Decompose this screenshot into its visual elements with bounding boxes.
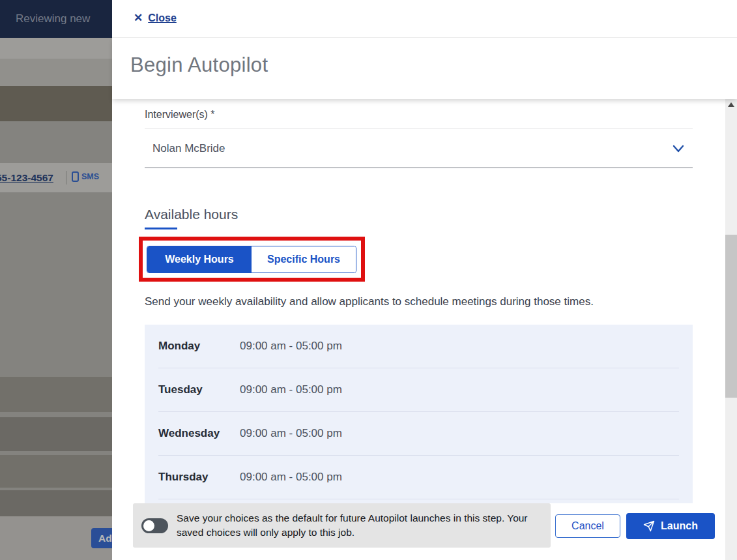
weekly-schedule-panel: Monday 09:00 am - 05:00 pm Tuesday 09:00…: [145, 325, 693, 503]
available-hours-title: Available hours: [145, 207, 238, 222]
paper-plane-icon: [643, 520, 655, 532]
modal-title: Begin Autopilot: [112, 38, 737, 77]
interviewer-select[interactable]: Nolan McBride: [145, 129, 693, 168]
scroll-up-arrow[interactable]: [725, 99, 737, 110]
save-default-text: Save your choices as the default for fut…: [177, 511, 540, 540]
schedule-row-thursday: Thursday 09:00 am - 05:00 pm: [158, 456, 679, 499]
schedule-row-monday: Monday 09:00 am - 05:00 pm: [158, 325, 679, 368]
schedule-row-wednesday: Wednesday 09:00 am - 05:00 pm: [158, 412, 679, 456]
save-default-toggle[interactable]: [141, 518, 168, 533]
time-range: 09:00 am - 05:00 pm: [240, 427, 342, 440]
day-label: Wednesday: [158, 427, 240, 440]
day-label: Tuesday: [158, 383, 240, 396]
close-label: Close: [148, 12, 177, 24]
up-arrow-icon: [728, 102, 734, 107]
scrollbar-thumb[interactable]: [725, 235, 737, 398]
close-button[interactable]: ✕ Close: [134, 11, 177, 25]
time-range: 09:00 am - 05:00 pm: [240, 340, 342, 353]
interviewer-selected-value: Nolan McBride: [152, 142, 225, 155]
save-default-panel: Save your choices as the default for fut…: [133, 503, 551, 548]
tab-specific-hours[interactable]: Specific Hours: [252, 246, 356, 273]
close-icon: ✕: [134, 11, 143, 25]
hours-tab-group: Weekly Hours Specific Hours: [147, 246, 356, 273]
weekly-availability-description: Send your weekly availability and allow …: [145, 295, 693, 308]
launch-button[interactable]: Launch: [626, 513, 715, 539]
section-title-underline: [145, 228, 177, 229]
modal-header: Begin Autopilot: [112, 38, 737, 99]
begin-autopilot-modal: ✕ Close Begin Autopilot Interviewer(s) *…: [112, 0, 737, 560]
tab-weekly-hours[interactable]: Weekly Hours: [147, 246, 252, 273]
schedule-row-tuesday: Tuesday 09:00 am - 05:00 pm: [158, 368, 679, 412]
annotation-highlight-box: Weekly Hours Specific Hours: [139, 237, 365, 282]
time-range: 09:00 am - 05:00 pm: [240, 383, 342, 396]
screen: Reviewing new 55-123-4567 SMS Add ✕ Clos…: [0, 0, 737, 560]
interviewer-label: Interviewer(s) *: [145, 109, 215, 121]
cancel-button[interactable]: Cancel: [555, 514, 620, 538]
modal-close-bar: ✕ Close: [112, 0, 737, 38]
toggle-knob: [143, 520, 154, 531]
scrollbar[interactable]: [725, 99, 737, 560]
day-label: Thursday: [158, 471, 240, 484]
time-range: 09:00 am - 05:00 pm: [240, 471, 342, 484]
day-label: Monday: [158, 340, 240, 353]
launch-label: Launch: [661, 520, 698, 532]
chevron-down-icon: [672, 144, 685, 153]
